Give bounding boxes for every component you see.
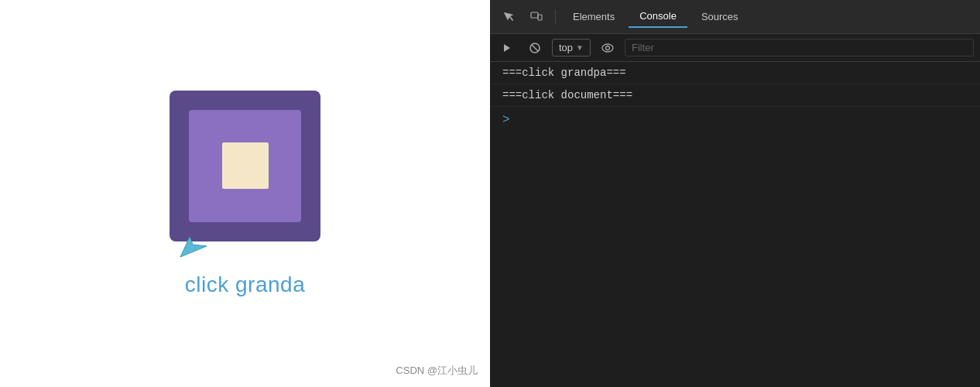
- inspect-icon[interactable]: [496, 5, 521, 29]
- filter-input[interactable]: [625, 39, 974, 57]
- top-dropdown-label: top: [559, 42, 573, 53]
- svg-point-7: [605, 46, 609, 50]
- svg-line-5: [532, 45, 538, 51]
- svg-marker-0: [180, 237, 207, 257]
- console-prompt[interactable]: >: [490, 107, 980, 133]
- clear-console-icon[interactable]: [524, 37, 546, 59]
- click-label: click granda: [185, 272, 305, 297]
- dropdown-arrow-icon: ▼: [576, 43, 584, 52]
- tab-elements[interactable]: Elements: [562, 6, 625, 27]
- svg-rect-2: [538, 15, 542, 20]
- devtools-panel: Elements Console Sources top ▼: [490, 0, 980, 387]
- console-line-2: ===click document===: [490, 84, 980, 107]
- console-output: ===click grandpa=== ===click document===…: [490, 62, 980, 387]
- parent-box[interactable]: [189, 110, 301, 222]
- prompt-symbol: >: [502, 113, 510, 127]
- svg-rect-1: [531, 12, 538, 18]
- demo-container: click granda: [170, 91, 320, 297]
- device-toolbar-icon[interactable]: [524, 5, 549, 29]
- tab-console[interactable]: Console: [629, 5, 687, 28]
- cursor-icon: [177, 235, 208, 259]
- devtools-toolbar: Elements Console Sources: [490, 0, 980, 34]
- csdn-watermark: CSDN @江小虫儿: [396, 364, 478, 378]
- toolbar-separator-1: [555, 9, 556, 25]
- top-dropdown[interactable]: top ▼: [552, 39, 591, 57]
- left-panel: click granda CSDN @江小虫儿: [0, 0, 490, 387]
- console-toolbar: top ▼: [490, 34, 980, 62]
- run-icon[interactable]: [496, 37, 518, 59]
- visibility-icon[interactable]: [597, 37, 618, 59]
- console-line-1: ===click grandpa===: [490, 62, 980, 84]
- svg-point-6: [602, 44, 613, 52]
- svg-marker-3: [504, 44, 510, 52]
- child-box[interactable]: [222, 142, 269, 189]
- tab-sources[interactable]: Sources: [690, 6, 749, 27]
- grandpa-box[interactable]: [170, 91, 320, 241]
